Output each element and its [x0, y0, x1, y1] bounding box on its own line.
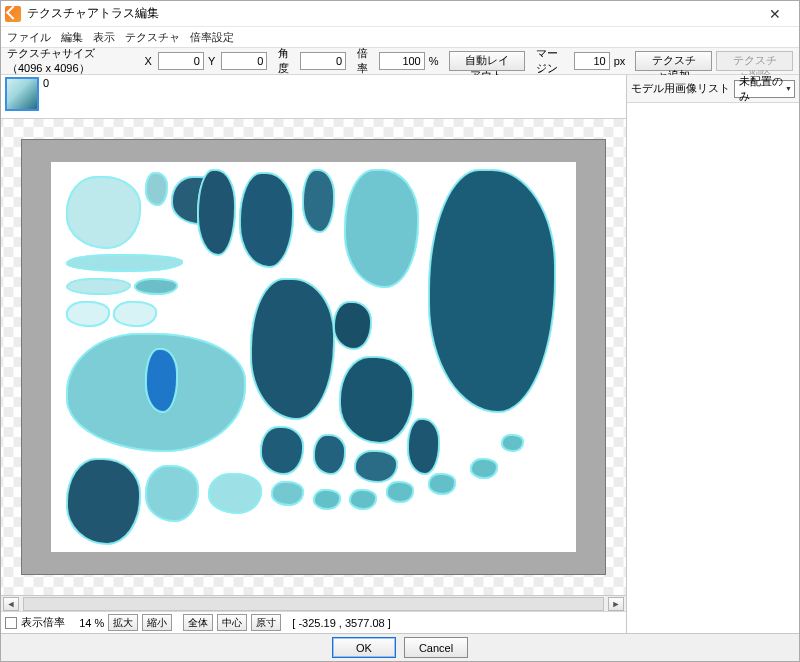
y-label: Y	[208, 55, 215, 67]
horizontal-scrollbar: ◄ ►	[1, 595, 626, 611]
cancel-button[interactable]: Cancel	[404, 637, 468, 658]
texture-piece[interactable]	[67, 459, 140, 545]
texture-thumbnail-label: 0	[43, 77, 49, 89]
texture-piece[interactable]	[303, 170, 334, 232]
scale-input[interactable]	[379, 52, 425, 70]
right-panel-header: モデル用画像リスト 未配置のみ ▼	[627, 75, 799, 103]
angle-label: 角度	[278, 46, 294, 76]
app-icon	[5, 6, 21, 22]
x-input[interactable]	[158, 52, 204, 70]
image-list-filter-dropdown[interactable]: 未配置のみ ▼	[734, 80, 795, 98]
margin-unit: px	[614, 55, 626, 67]
close-button[interactable]: ✕	[755, 2, 795, 26]
texture-piece[interactable]	[334, 302, 371, 349]
texture-piece[interactable]	[429, 474, 455, 494]
zoom-label: 表示倍率	[21, 615, 65, 630]
texture-piece[interactable]	[240, 173, 292, 267]
margin-input[interactable]	[574, 52, 610, 70]
main-area: 0 ◄ ► 表示倍率 14 % 拡大 縮小 全体 中心 原寸 [ -325.19…	[1, 75, 799, 633]
dialog-footer: OK Cancel	[1, 633, 799, 661]
canvas-viewport[interactable]	[1, 119, 626, 595]
scroll-right-button[interactable]: ►	[608, 597, 624, 611]
texture-piece[interactable]	[146, 466, 198, 521]
angle-input[interactable]	[300, 52, 346, 70]
y-input[interactable]	[221, 52, 267, 70]
close-icon: ✕	[769, 6, 781, 22]
add-texture-button[interactable]: テクスチャ追加	[635, 51, 712, 71]
texture-piece[interactable]	[135, 279, 177, 295]
scrollbar-track[interactable]	[23, 597, 604, 611]
image-list-body	[627, 103, 799, 633]
menu-edit[interactable]: 編集	[61, 30, 83, 45]
texture-piece[interactable]	[209, 474, 261, 513]
texture-piece[interactable]	[502, 435, 523, 451]
texture-piece[interactable]	[471, 459, 497, 479]
texture-piece[interactable]	[345, 170, 418, 287]
menu-scale-settings[interactable]: 倍率設定	[190, 30, 234, 45]
toolbar: テクスチャサイズ（4096 x 4096） X Y 角度 倍率 % 自動レイアウ…	[1, 47, 799, 75]
title-bar: テクスチャアトラス編集 ✕	[1, 1, 799, 27]
texture-atlas[interactable]	[51, 162, 576, 553]
zoom-out-button[interactable]: 縮小	[142, 614, 172, 631]
chevron-down-icon: ▼	[785, 85, 792, 92]
center-button[interactable]: 中心	[217, 614, 247, 631]
texture-piece[interactable]	[67, 279, 130, 295]
x-label: X	[145, 55, 152, 67]
menu-bar: ファイル 編集 表示 テクスチャ 倍率設定	[1, 27, 799, 47]
scroll-left-button[interactable]: ◄	[3, 597, 19, 611]
margin-label: マージン	[536, 46, 567, 76]
scale-unit: %	[429, 55, 439, 67]
zoom-percent: 14 %	[79, 617, 104, 629]
cursor-coords: [ -325.19 , 3577.08 ]	[292, 617, 390, 629]
texture-thumbnail-0[interactable]	[5, 77, 39, 111]
zoom-in-button[interactable]: 拡大	[108, 614, 138, 631]
status-checkbox[interactable]	[5, 617, 17, 629]
texture-piece[interactable]	[408, 419, 439, 474]
actual-size-button[interactable]: 原寸	[251, 614, 281, 631]
right-panel: モデル用画像リスト 未配置のみ ▼	[627, 75, 799, 633]
texture-piece[interactable]	[198, 170, 235, 256]
thumbnail-strip: 0	[1, 75, 626, 119]
texture-piece[interactable]	[146, 349, 177, 411]
fit-all-button[interactable]: 全体	[183, 614, 213, 631]
texture-piece[interactable]	[114, 302, 156, 325]
chevron-left-icon: ◄	[7, 599, 16, 609]
menu-file[interactable]: ファイル	[7, 30, 51, 45]
texture-piece[interactable]	[67, 302, 109, 325]
window-title: テクスチャアトラス編集	[27, 5, 755, 22]
texture-piece[interactable]	[146, 173, 167, 204]
menu-texture[interactable]: テクスチャ	[125, 30, 180, 45]
texture-piece[interactable]	[355, 451, 397, 482]
texture-piece[interactable]	[67, 255, 182, 271]
texture-piece[interactable]	[272, 482, 303, 505]
delete-texture-button: テクスチャ削除	[716, 51, 793, 71]
auto-layout-button[interactable]: 自動レイアウト	[449, 51, 526, 71]
texture-piece[interactable]	[340, 357, 413, 443]
menu-view[interactable]: 表示	[93, 30, 115, 45]
texture-piece[interactable]	[261, 427, 303, 474]
status-bar: 表示倍率 14 % 拡大 縮小 全体 中心 原寸 [ -325.19 , 357…	[1, 611, 626, 633]
texture-size-label: テクスチャサイズ（4096 x 4096）	[7, 46, 128, 76]
scale-label: 倍率	[357, 46, 373, 76]
texture-piece[interactable]	[314, 435, 345, 474]
ok-button[interactable]: OK	[332, 637, 396, 658]
texture-piece[interactable]	[67, 177, 140, 247]
texture-piece[interactable]	[251, 279, 335, 420]
texture-piece[interactable]	[350, 490, 376, 510]
texture-piece[interactable]	[387, 482, 413, 502]
image-list-label: モデル用画像リスト	[631, 81, 730, 96]
canvas-background	[21, 139, 606, 575]
chevron-right-icon: ►	[612, 599, 621, 609]
dropdown-value: 未配置のみ	[739, 74, 785, 104]
texture-piece[interactable]	[314, 490, 340, 510]
texture-piece[interactable]	[429, 170, 555, 412]
left-panel: 0 ◄ ► 表示倍率 14 % 拡大 縮小 全体 中心 原寸 [ -325.19…	[1, 75, 627, 633]
